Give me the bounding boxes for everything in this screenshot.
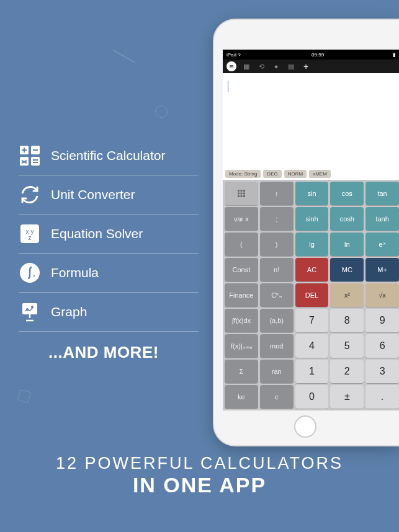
key-m[interactable]: M+ (365, 258, 399, 282)
key-x[interactable]: x² (330, 283, 364, 307)
key-cos[interactable]: cos (330, 182, 364, 205)
toolbar-menu-icon[interactable]: ≡ (226, 61, 236, 71)
app-toolbar: ≡ ▦ ⟲ ● ▤ + (223, 60, 399, 73)
status-battery: ▮ (393, 52, 395, 58)
key-[interactable]: ) (260, 233, 294, 256)
ipad-device: iPad ᯤ 09:59 ▮ ≡ ▦ ⟲ ● ▤ + Mode: String … (213, 19, 399, 446)
key-c[interactable]: Cᵏₙ (260, 283, 294, 307)
key-const[interactable]: Const (225, 258, 258, 282)
key-cosh[interactable]: cosh (330, 207, 364, 231)
feature-equation-solver: x yz Equation Solver (19, 215, 199, 254)
feature-label: Graph (51, 304, 87, 319)
key-del[interactable]: DEL (295, 283, 329, 307)
key-[interactable]: ( (225, 233, 258, 256)
key-fxdx[interactable]: ∫f(x)dx (225, 309, 258, 332)
key-[interactable]: . (365, 385, 399, 409)
key-c[interactable]: c (260, 385, 294, 409)
key-varx[interactable]: var x (225, 207, 258, 231)
calculator-display[interactable] (223, 73, 399, 167)
key-9[interactable]: 9 (365, 309, 399, 332)
key-7[interactable]: 7 (295, 309, 329, 332)
toolbar-grid-icon[interactable]: ▦ (241, 61, 251, 71)
svg-rect-13 (240, 190, 242, 192)
feature-label: Formula (51, 265, 99, 280)
toolbar-refresh-icon[interactable]: ⟲ (256, 61, 266, 71)
key-[interactable]: ± (330, 385, 364, 409)
key-4[interactable]: 4 (295, 334, 329, 358)
svg-rect-3 (31, 157, 40, 166)
feature-unit-converter: Unit Converter (19, 175, 199, 215)
key-1[interactable]: 1 (295, 360, 329, 383)
mode-string[interactable]: Mode: String (225, 170, 261, 178)
key-sinh[interactable]: sinh (295, 207, 329, 231)
mode-row: Mode: String DEG NORM xMEM (223, 167, 399, 180)
key-mod[interactable]: mod (260, 334, 294, 358)
key-5[interactable]: 5 (330, 334, 364, 358)
key-[interactable]: Σ (225, 360, 258, 383)
key-lg[interactable]: lg (295, 233, 329, 256)
feature-graph: Graph (19, 293, 199, 332)
calc-icon (19, 144, 41, 167)
key-x[interactable]: √x (365, 283, 399, 307)
svg-rect-19 (240, 195, 242, 197)
tagline-line2: IN ONE APP (0, 473, 399, 497)
svg-text:z: z (29, 234, 32, 241)
feature-scientific-calculator: Scientific Calculator (19, 136, 199, 175)
svg-text:x: x (33, 273, 35, 278)
toolbar-dot-icon[interactable]: ● (271, 61, 281, 71)
key-e[interactable]: eˣ (365, 233, 399, 256)
key-2[interactable]: 2 (330, 360, 364, 383)
mode-deg[interactable]: DEG (263, 170, 281, 178)
key-[interactable]: ↑ (260, 182, 294, 205)
svg-rect-9 (22, 303, 37, 314)
mode-xmem[interactable]: xMEM (309, 170, 331, 178)
key-sin[interactable]: sin (295, 182, 329, 205)
key-[interactable]: ; (260, 207, 294, 231)
svg-rect-17 (243, 193, 245, 195)
key-8[interactable]: 8 (330, 309, 364, 332)
cursor (228, 81, 228, 92)
key-ke[interactable]: ke (225, 385, 258, 409)
status-time: 09:59 (312, 52, 324, 58)
integral-icon: x (19, 262, 41, 284)
key-ac[interactable]: AC (295, 258, 329, 282)
svg-rect-12 (238, 190, 240, 192)
chart-icon (19, 301, 41, 323)
home-button[interactable] (294, 415, 316, 438)
toolbar-calc-icon[interactable]: ▤ (286, 61, 296, 71)
feature-label: Equation Solver (51, 226, 143, 241)
status-bar: iPad ᯤ 09:59 ▮ (223, 50, 399, 60)
svg-rect-16 (240, 193, 242, 195)
key-6[interactable]: 6 (365, 334, 399, 358)
key-n[interactable]: n! (260, 258, 294, 282)
key-0[interactable]: 0 (295, 385, 329, 409)
status-left: iPad ᯤ (226, 52, 243, 58)
keypad: ↑sincostanvar x;sinhcoshtanh()lglneˣCons… (223, 180, 399, 410)
equation-icon: x yz (19, 223, 41, 245)
key-tan[interactable]: tan (365, 182, 399, 205)
tagline: 12 POWERFUL CALCULATORS IN ONE APP (0, 454, 399, 497)
mode-norm[interactable]: NORM (284, 170, 307, 178)
key-mc[interactable]: MC (330, 258, 364, 282)
key-3[interactable]: 3 (365, 360, 399, 383)
svg-rect-18 (238, 195, 240, 197)
and-more-text: ...AND MORE! (48, 343, 199, 362)
feature-list: Scientific Calculator Unit Converter x y… (19, 136, 199, 362)
refresh-icon (19, 184, 41, 206)
svg-rect-15 (238, 193, 240, 195)
key-ran[interactable]: ran (260, 360, 294, 383)
key-fx[interactable]: f(x)|ₓ₌ₐ (225, 334, 258, 358)
key-ab[interactable]: (a,b) (260, 309, 294, 332)
key-finance[interactable]: Finance (225, 283, 258, 307)
tagline-line1: 12 POWERFUL CALCULATORS (0, 454, 399, 473)
key-grid[interactable] (225, 182, 258, 205)
svg-rect-14 (243, 190, 245, 192)
feature-label: Unit Converter (51, 187, 135, 202)
svg-rect-20 (243, 195, 245, 197)
key-ln[interactable]: ln (330, 233, 364, 256)
toolbar-plus-icon[interactable]: + (301, 61, 311, 71)
key-tanh[interactable]: tanh (365, 207, 399, 231)
ipad-screen: iPad ᯤ 09:59 ▮ ≡ ▦ ⟲ ● ▤ + Mode: String … (223, 50, 399, 410)
feature-formula: x Formula (19, 254, 199, 293)
feature-label: Scientific Calculator (51, 148, 165, 163)
